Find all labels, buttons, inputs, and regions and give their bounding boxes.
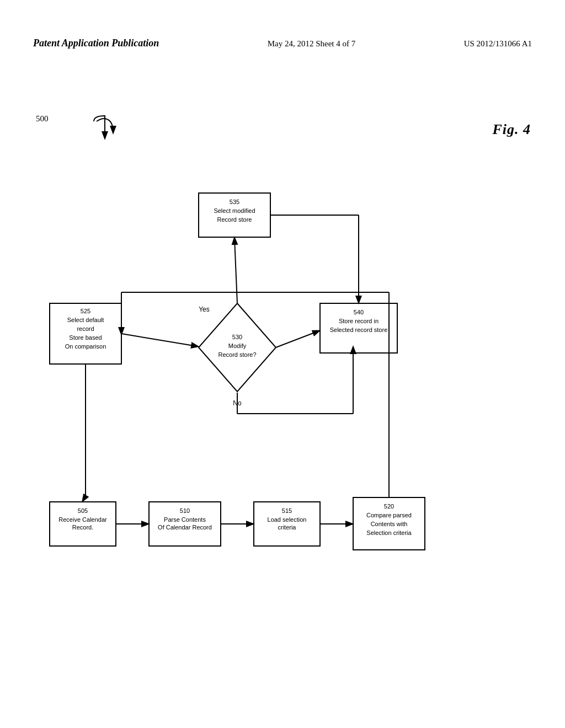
date-sheet-label: May 24, 2012 Sheet 4 of 7 [268,39,356,49]
flow-diagram: 505 Receive Calendar Record. 510 Parse C… [33,88,513,623]
svg-text:Store record in: Store record in [339,318,379,324]
svg-text:Contents with: Contents with [371,521,408,527]
svg-text:Modify: Modify [228,342,247,349]
header: Patent Application Publication May 24, 2… [0,38,565,49]
svg-text:Load selection: Load selection [268,516,307,523]
svg-line-35 [121,334,198,346]
svg-text:520: 520 [384,503,394,510]
svg-line-30 [83,496,86,501]
svg-text:Receive Calendar: Receive Calendar [58,516,107,523]
svg-text:Of Calendar Record: Of Calendar Record [158,524,212,531]
svg-text:Compare parsed: Compare parsed [366,512,412,518]
patent-number-label: US 2012/131066 A1 [464,39,532,49]
svg-text:Selected record store: Selected record store [330,326,388,333]
svg-text:Record store?: Record store? [218,351,256,358]
svg-line-52 [276,331,319,347]
svg-text:Record store: Record store [217,216,252,223]
svg-text:Select default: Select default [67,317,104,323]
patent-publication-label: Patent Application Publication [33,38,159,49]
page: Patent Application Publication May 24, 2… [0,0,565,728]
svg-text:530: 530 [232,334,242,340]
svg-text:Yes: Yes [199,306,210,313]
svg-text:510: 510 [180,507,190,514]
svg-text:Select modified: Select modified [214,207,255,214]
svg-text:Selection criteria: Selection criteria [366,529,412,536]
svg-text:535: 535 [230,199,239,205]
svg-line-45 [234,238,237,303]
svg-text:540: 540 [354,309,364,315]
svg-text:515: 515 [282,507,292,514]
svg-text:record: record [77,325,94,332]
svg-text:criteria: criteria [278,524,296,531]
svg-text:Store based: Store based [69,334,102,341]
svg-text:505: 505 [78,507,88,514]
svg-text:On comparison: On comparison [65,343,106,350]
svg-text:Record.: Record. [72,524,94,531]
svg-text:Parse Contents: Parse Contents [164,516,206,523]
svg-text:525: 525 [81,308,90,314]
